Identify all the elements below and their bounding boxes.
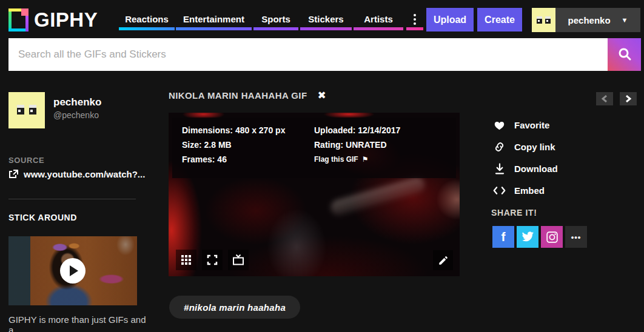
play-button[interactable] [60, 258, 86, 284]
nav-underline [406, 27, 423, 30]
favorite-button[interactable]: Favorite [493, 118, 549, 131]
link-icon [494, 141, 505, 153]
play-icon [70, 265, 78, 276]
flag-icon: ⚑ [362, 155, 369, 164]
share-twitter-button[interactable] [517, 226, 538, 248]
pencil-icon [438, 255, 449, 266]
share-instagram-button[interactable] [541, 226, 563, 248]
ellipsis-icon: ••• [571, 233, 582, 242]
giphy-logo[interactable]: GIPHY [8, 8, 98, 32]
search-icon [617, 47, 632, 62]
promo-text: GIPHY is more than just GIFs and a [8, 314, 148, 332]
nav-underline [119, 27, 175, 30]
giphy-page: GIPHY Reactions Entertainment Sports Sti… [0, 0, 644, 332]
fullscreen-button[interactable] [202, 250, 223, 270]
gif-art-detail [329, 175, 427, 217]
grid-icon [181, 254, 192, 265]
next-gif-button[interactable] [620, 92, 637, 105]
share-heading: SHARE IT! [491, 208, 537, 217]
flag-gif-link[interactable]: Flag this GIF ⚑ [314, 155, 368, 164]
tv-mode-button[interactable] [228, 250, 249, 270]
download-icon [494, 163, 505, 174]
gif-size: Size: 2.8 MB [182, 140, 232, 150]
share-more-button[interactable]: ••• [565, 226, 587, 248]
nav-artists[interactable]: Artists [354, 14, 403, 24]
nav-entertainment[interactable]: Entertainment [176, 14, 252, 24]
nav-more-icon[interactable] [406, 13, 423, 25]
grid-view-button[interactable] [176, 250, 196, 270]
source-heading: SOURCE [8, 156, 44, 165]
gif-dimensions: Dimensions: 480 x 270 px [182, 125, 285, 135]
nav-stickers[interactable]: Stickers [300, 14, 352, 24]
search-input[interactable] [8, 38, 608, 71]
nav-reactions[interactable]: Reactions [119, 14, 175, 24]
user-menu-name: pechenko [568, 15, 611, 25]
instagram-icon [546, 231, 558, 244]
embed-icon [493, 186, 506, 195]
nav-sports[interactable]: Sports [253, 14, 298, 24]
gif-title-row: NIKOLA MARIN HAAHAHA GIF ✖ [169, 90, 326, 101]
chevron-down-icon: ▼ [622, 16, 628, 24]
gif-frames: Frames: 46 [182, 154, 227, 164]
nav-underline [300, 27, 352, 30]
gif-rating: Rating: UNRATED [314, 140, 387, 150]
chevron-left-icon [602, 95, 608, 102]
nav-underline [253, 27, 298, 30]
gif-image[interactable]: Dimensions: 480 x 270 px Size: 2.8 MB Fr… [169, 113, 460, 276]
stick-around-heading: STICK AROUND [8, 213, 77, 222]
embed-button[interactable]: Embed [493, 184, 545, 197]
gif-info-overlay: Dimensions: 480 x 270 px Size: 2.8 MB Fr… [172, 118, 456, 178]
tag-text: #nikola marin haahaha [184, 302, 286, 313]
header-avatar[interactable] [532, 8, 555, 32]
avatar-eye [29, 105, 36, 115]
copy-link-button[interactable]: Copy link [493, 140, 555, 153]
twitter-icon [522, 231, 534, 242]
heart-icon [494, 120, 505, 130]
create-button[interactable]: Create [477, 8, 522, 32]
facebook-icon: f [501, 230, 506, 244]
nav-underline [354, 27, 403, 30]
giphy-logo-icon [8, 8, 29, 32]
previous-gif-button[interactable] [596, 92, 613, 105]
source-url: www.youtube.com/watch?... [24, 169, 145, 179]
external-link-icon [8, 170, 18, 179]
avatar-eye [537, 16, 542, 24]
nav-underline [176, 27, 252, 30]
close-icon[interactable]: ✖ [317, 90, 326, 101]
search-button[interactable] [608, 38, 641, 71]
upload-button[interactable]: Upload [426, 8, 474, 32]
share-facebook-button[interactable]: f [492, 226, 514, 248]
source-link[interactable]: www.youtube.com/watch?... [8, 169, 145, 179]
expand-icon [207, 254, 218, 265]
gif-uploaded: Uploaded: 12/14/2017 [314, 125, 400, 135]
channel-handle: @pechenko [53, 110, 99, 120]
channel-username[interactable]: pechenko [53, 96, 101, 108]
user-menu[interactable]: pechenko ▼ [555, 8, 640, 32]
avatar-eye [545, 16, 551, 24]
stick-around-video-thumbnail[interactable] [8, 236, 137, 305]
channel-avatar[interactable] [8, 92, 45, 128]
gif-title: NIKOLA MARIN HAAHAHA GIF [169, 90, 307, 101]
download-button[interactable]: Download [493, 162, 558, 175]
chevron-right-icon [625, 95, 631, 102]
tag-pill[interactable]: #nikola marin haahaha [169, 296, 300, 319]
sidebar-divider [8, 199, 136, 199]
edit-gif-button[interactable] [433, 250, 453, 270]
giphy-logo-text: GIPHY [34, 8, 98, 32]
tv-icon [232, 254, 244, 266]
avatar-eye [17, 105, 24, 115]
